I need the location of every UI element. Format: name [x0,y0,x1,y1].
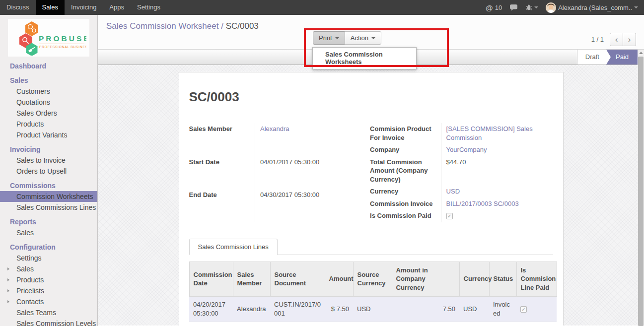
sidebar-item-sales[interactable]: Sales [0,227,97,238]
pager-previous-button[interactable]: ‹ [610,33,623,46]
field-link[interactable]: Alexandra [260,125,289,132]
sidebar-item-products[interactable]: Products [0,119,97,130]
column-header-currency[interactable]: Currency [459,261,489,296]
cell-sales-member: Alexandra [233,322,270,326]
sidebar-item-commission-worksheets[interactable]: Commission Worksheets [0,191,97,202]
checkbox-checked-icon[interactable]: ✓ [446,213,453,219]
top-menu-settings[interactable]: Settings [131,0,167,15]
sidebar: PROBUSE PROFESSIONAL BUSINESS DashboardS… [0,15,98,326]
sidebar-item-customers[interactable]: Customers [0,86,97,97]
sidebar-item-orders-to-upsell[interactable]: Orders to Upsell [0,166,97,177]
status-arrow-icon [606,50,611,65]
sidebar-item-pricelists[interactable]: Pricelists [0,285,97,296]
user-menu[interactable]: Alexandra (Sales_comm.. [546,2,638,13]
breadcrumb-parent-link[interactable]: Sales Commission Worksheet [106,21,218,31]
scrollbar-thumb[interactable] [638,57,644,326]
column-header-status[interactable]: Status [489,261,516,296]
column-header-source-currency[interactable]: Source Currency [353,261,392,296]
field-text: 04/01/2017 05:30:00 [260,158,319,166]
sidebar-section-sales[interactable]: Sales [0,75,97,86]
top-menu-invoicing[interactable]: Invoicing [65,0,103,15]
cell-source-currency: USD [353,322,392,326]
debug-menu-button[interactable] [525,4,538,11]
sidebar-item-label: Sales [16,265,34,273]
column-header-amount[interactable]: Amount [325,261,353,296]
field-row-is-commission-paid: Is Commission Paid✓ [370,210,553,222]
column-header-is-commision-line-paid[interactable]: Is Commision Line Paid [516,261,557,296]
sidebar-item-label: Sales [16,229,34,237]
cell-status: Invoiced [489,322,516,326]
sidebar-item-settings[interactable]: Settings [0,253,97,263]
sidebar-section-dashboard[interactable]: Dashboard [0,61,97,71]
mention-count: 10 [495,4,502,11]
sidebar-item-label: Sales Commissions Lines [16,203,96,211]
chevron-right-icon [7,289,9,292]
field-link[interactable]: YourCompany [446,146,487,153]
sidebar-item-label: Settings [16,254,42,262]
form-view-background: SC/0003 Sales MemberAlexandraStart Date0… [98,65,644,326]
sidebar-item-label: Sales Orders [16,109,57,117]
sidebar-item-products[interactable]: Products [0,274,97,285]
checkbox-checked-icon[interactable]: ✓ [520,306,527,313]
cell-commission-date: 04/20/2017 05:30:00 [189,296,233,322]
sidebar-item-sales-orders[interactable]: Sales Orders [0,108,97,119]
field-row-sales-member: Sales MemberAlexandra [189,123,360,156]
sidebar-item-sales-teams[interactable]: Sales Teams [0,307,97,318]
column-header-amount-in-company-currency[interactable]: Amount in Company Currency [392,261,459,296]
status-paid[interactable]: Paid [611,50,638,65]
sidebar-section-configuration[interactable]: Configuration [0,242,97,253]
field-value: Alexandra [255,123,360,156]
chevron-right-icon: › [628,35,631,45]
action-button[interactable]: Action [345,31,381,45]
sidebar-item-sales-to-invoice[interactable]: Sales to Invoice [0,155,97,166]
sidebar-item-label: Customers [16,87,50,95]
sidebar-item-sales[interactable]: Sales [0,263,97,274]
breadcrumb-separator: / [221,21,223,31]
field-link[interactable]: USD [446,188,460,195]
field-label: Currency [370,186,441,198]
cell-source-document: INV/2017/0004-SO008 [270,322,325,326]
sidebar-item-sales-commission-levels[interactable]: Sales Commission Levels [0,318,97,326]
sidebar-item-label: Quotations [16,98,50,106]
scrollbar-up-button[interactable] [638,50,644,56]
pager-next-button[interactable]: › [623,33,636,46]
cell-amount-company-currency: 18.60 [392,322,459,326]
cell-source-document: CUST.IN/2017/0001 [270,296,325,322]
top-menu-sales[interactable]: Sales [36,0,65,15]
tab-sales-commission-lines[interactable]: Sales Commission Lines [189,239,278,255]
field-link[interactable]: BILL/2017/0003 SC/0003 [446,200,519,207]
sidebar-section-invoicing[interactable]: Invoicing [0,144,97,155]
cell-commission-date: 04/20/2017 05:30:00 [189,322,233,326]
sidebar-section-reports[interactable]: Reports [0,216,97,227]
field-text: 04/30/2017 05:30:00 [260,191,319,198]
status-draft[interactable]: Draft [577,50,606,65]
print-button[interactable]: Print [313,31,345,45]
field-row-commission-invoice: Commission InvoiceBILL/2017/0003 SC/0003 [370,198,553,210]
messages-button[interactable] [509,4,518,11]
sidebar-item-quotations[interactable]: Quotations [0,97,97,108]
field-row-end-date: End Date04/30/2017 05:30:00 [189,189,360,222]
field-link[interactable]: [SALES COMMISSION] Sales Commission [446,125,533,141]
vertical-scrollbar[interactable] [638,50,644,326]
cell-is-commision-line-paid: ✓ [516,296,557,322]
column-header-source-document[interactable]: Source Document [270,261,325,296]
sidebar-item-label: Products [16,276,44,284]
sidebar-item-contacts[interactable]: Contacts [0,296,97,307]
mentions-button[interactable]: @ 10 [486,3,502,12]
lines-table-body: 04/20/2017 05:30:00AlexandraCUST.IN/2017… [189,296,557,326]
table-row[interactable]: 04/20/2017 05:30:00AlexandraCUST.IN/2017… [189,296,557,322]
cell-currency: USD [459,322,489,326]
table-row[interactable]: 04/20/2017 05:30:00AlexandraINV/2017/000… [189,322,557,326]
top-menu-apps[interactable]: Apps [103,0,131,15]
column-header-commission-date[interactable]: Commission Date [189,261,233,296]
top-menu-discuss[interactable]: Discuss [0,0,36,15]
top-navbar: DiscussSalesInvoicingAppsSettings @ 10 [0,0,644,15]
field-label: Commision Product For Invoice [370,123,441,144]
statusbar: Draft Paid [577,50,638,65]
company-logo: PROBUSE PROFESSIONAL BUSINESS [8,19,89,57]
menu-item-sales-commission-worksheets[interactable]: Sales Commission Worksheets [313,48,416,69]
sidebar-section-commissions[interactable]: Commissions [0,180,97,191]
column-header-sales-member[interactable]: Sales Member [233,261,270,296]
sidebar-item-sales-commissions-lines[interactable]: Sales Commissions Lines [0,202,97,213]
sidebar-item-product-variants[interactable]: Product Variants [0,130,97,140]
